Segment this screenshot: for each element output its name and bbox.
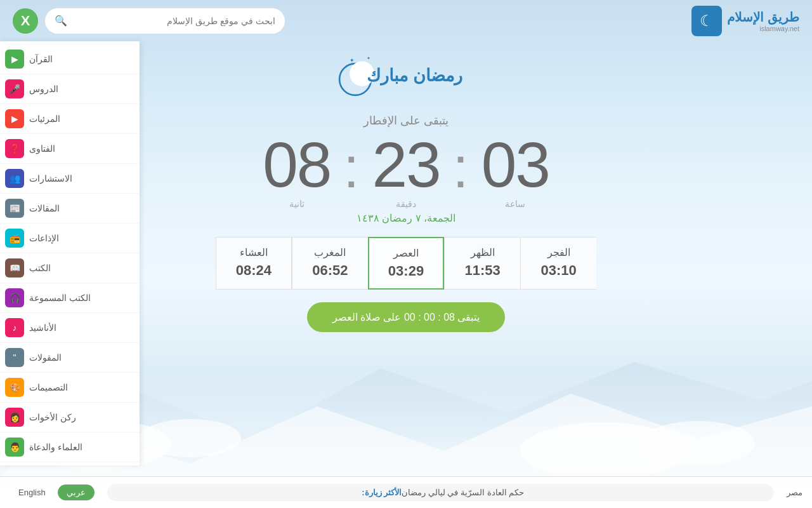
prayer-time-asr: 03:29 [388,263,424,279]
prayer-name-maghrib: المغرب [314,246,346,258]
menu-label-fatwas: الفتاوى [29,144,55,154]
menu-icon-nasheeds: ♪ [5,318,24,337]
separator-2: : [453,139,469,209]
sidebar-item-consult[interactable]: الاستشارات 👥 [0,164,140,194]
menu-label-consult: الاستشارات [29,173,72,184]
menu-icon-articles: 📰 [5,199,24,218]
sidebar-item-programs[interactable]: المرئيات ▶ [0,104,140,134]
menu-icon-designs: 🎨 [5,378,24,397]
menu-label-designs: التصميمات [29,382,68,392]
prayer-time-dhuhr: 11:53 [465,262,501,279]
country-label: مصر [787,488,802,497]
sidebar: القرآن ▶ الدروس 🎤 المرئيات ▶ الفتاوى ❓ ا… [0,41,140,465]
minutes-value: 23 [372,133,440,196]
menu-icon-radio: 📻 [5,229,24,248]
hours-segment: 03 ساعة [469,133,562,209]
menu-icon-lessons: 🎤 [5,79,24,98]
topbar-left: X 🔍 [13,8,285,34]
sidebar-item-audiobooks[interactable]: الكتب المسموعة 🎧 [0,283,140,313]
topbar-right: طريق الإسلام islamway.net ☾ [691,6,799,36]
sidebar-item-nasheeds[interactable]: الأناشيد ♪ [0,313,140,343]
minutes-segment: 23 دقيقة [359,133,452,209]
lang-arabic-button[interactable]: عربي [58,485,95,500]
menu-icon-programs: ▶ [5,109,24,128]
sidebar-item-books[interactable]: الكتب 📖 [0,253,140,283]
hijri-date: الجمعة، ٧ رمضان ١٤٣٨ [357,212,455,224]
hours-value: 03 [481,133,549,196]
subtitle: يتبقى على الإفطار [363,114,449,128]
prayer-card-isha[interactable]: العشاء 08:24 [216,237,292,290]
news-link[interactable]: الأكثر زيارة: [362,488,402,497]
search-input[interactable] [72,16,275,26]
svg-text:رمضان مبارك: رمضان مبارك [367,66,462,86]
menu-icon-quotes: " [5,348,24,367]
prayer-card-maghrib[interactable]: المغرب 06:52 [292,237,368,290]
menu-icon-sisters: 👩 [5,408,24,427]
prayer-time-maghrib: 06:52 [312,262,348,279]
menu-icon-scholars: 👨 [5,438,24,457]
language-switcher: English عربي [10,485,95,500]
topbar: X 🔍 طريق الإسلام islamway.net ☾ [0,0,812,41]
ramadan-logo: ✦ ✦ رمضان مبارك [336,54,476,107]
menu-icon-quran: ▶ [5,50,24,69]
prayer-name-dhuhr: الظهر [471,246,495,258]
news-text: حكم العادة السرّية في ليالي رمضان [402,488,524,497]
minutes-label: دقيقة [396,199,416,209]
search-icon: 🔍 [55,15,67,27]
lang-english-button[interactable]: English [10,485,55,500]
sidebar-item-sisters[interactable]: ركن الأخوات 👩 [0,403,140,432]
menu-label-articles: المقالات [29,203,60,213]
sidebar-item-radio[interactable]: الإذاعات 📻 [0,224,140,253]
menu-label-quotes: المقولات [29,352,62,363]
menu-icon-books: 📖 [5,258,24,277]
sidebar-item-fatwas[interactable]: الفتاوى ❓ [0,134,140,164]
logo-text: طريق الإسلام islamway.net [727,10,799,32]
seconds-segment: 08 ثانية [250,133,343,209]
menu-icon-fatwas: ❓ [5,139,24,158]
seconds-value: 08 [263,133,331,196]
close-button[interactable]: X [13,8,38,34]
sidebar-item-designs[interactable]: التصميمات 🎨 [0,373,140,403]
sidebar-item-lessons[interactable]: الدروس 🎤 [0,74,140,104]
bottombar: English عربي حكم العادة السرّية في ليالي… [0,476,812,508]
next-prayer-button[interactable]: يتبقى 08 : 00 : 00 على صلاة العصر [307,302,506,332]
countdown: 08 ثانية : 23 دقيقة : 03 ساعة [250,133,562,209]
svg-text:☾: ☾ [700,12,714,29]
prayer-time-isha: 08:24 [236,262,272,279]
menu-label-audiobooks: الكتب المسموعة [29,293,91,303]
seconds-label: ثانية [289,199,304,209]
logo-icon: ☾ [691,6,722,36]
sidebar-item-articles[interactable]: المقالات 📰 [0,194,140,224]
sidebar-item-quotes[interactable]: المقولات " [0,343,140,373]
menu-label-scholars: العلماء والدعاة [29,442,82,452]
menu-label-sisters: ركن الأخوات [29,412,76,422]
prayer-time-fajr: 03:10 [541,262,577,279]
prayer-card-asr[interactable]: العصر 03:29 [368,237,444,290]
sidebar-item-quran[interactable]: القرآن ▶ [0,44,140,74]
menu-label-programs: المرئيات [29,114,60,124]
menu-icon-consult: 👥 [5,169,24,188]
menu-icon-audiobooks: 🎧 [5,288,24,307]
prayer-card-fajr[interactable]: الفجر 03:10 [520,237,596,290]
prayer-name-asr: العصر [393,247,419,259]
menu-label-lessons: الدروس [29,84,58,94]
separator-1: : [343,139,359,209]
news-ticker: حكم العادة السرّية في ليالي رمضان الأكثر… [107,484,774,501]
brand-name: طريق الإسلام [727,10,799,25]
svg-text:✦: ✦ [367,56,370,61]
prayer-name-isha: العشاء [240,246,268,258]
prayer-name-fajr: الفجر [547,246,570,258]
prayer-times: الفجر 03:10 الظهر 11:53 العصر 03:29 المغ… [216,237,596,290]
search-bar: 🔍 [44,8,285,34]
sidebar-item-scholars[interactable]: العلماء والدعاة 👨 [0,432,140,462]
menu-label-nasheeds: الأناشيد [29,323,56,333]
hours-label: ساعة [505,199,525,209]
svg-text:✦: ✦ [350,57,355,64]
menu-label-radio: الإذاعات [29,233,59,243]
menu-label-books: الكتب [29,263,51,273]
menu-label-quran: القرآن [29,54,53,64]
brand-sub: islamway.net [727,25,799,32]
prayer-card-dhuhr[interactable]: الظهر 11:53 [444,237,520,290]
